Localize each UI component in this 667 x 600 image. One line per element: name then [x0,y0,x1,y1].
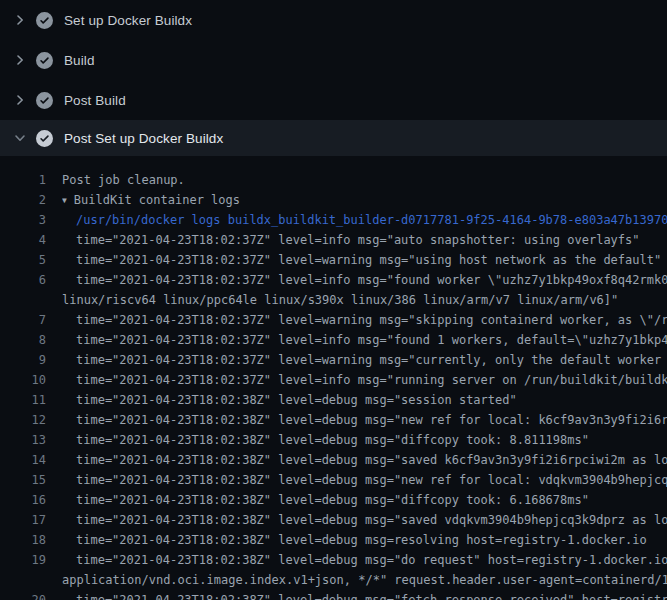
log-line-text: time="2021-04-23T18:02:38Z" level=debug … [62,470,667,490]
step-label: Post Build [64,93,126,108]
log-line-text: time="2021-04-23T18:02:37Z" level=info m… [62,330,667,350]
chevron-right-icon[interactable] [12,12,28,28]
check-circle-icon [36,12,53,29]
log-line-text: time="2021-04-23T18:02:38Z" level=debug … [62,390,667,410]
line-number[interactable]: 15 [0,470,46,490]
log-line: 3 /usr/bin/docker logs buildx_buildkit_b… [0,210,667,230]
chevron-down-icon[interactable] [12,130,28,146]
log-line-content: time="2021-04-23T18:02:37Z" level=warnin… [76,253,661,267]
log-line: 13 time="2021-04-23T18:02:38Z" level=deb… [0,430,667,450]
log-line-content: time="2021-04-23T18:02:37Z" level=warnin… [76,353,667,367]
log-line-text: time="2021-04-23T18:02:37Z" level=warnin… [62,310,667,330]
line-number[interactable]: 9 [0,350,46,370]
check-circle-icon [36,130,53,147]
log-line-content: time="2021-04-23T18:02:38Z" level=debug … [76,553,667,567]
log-line-text: time="2021-04-23T18:02:38Z" level=debug … [62,510,667,530]
log-line-content: time="2021-04-23T18:02:38Z" level=debug … [76,513,667,527]
log-line-text: time="2021-04-23T18:02:37Z" level=warnin… [62,250,667,270]
log-line: 15 time="2021-04-23T18:02:38Z" level=deb… [0,470,667,490]
line-number[interactable]: 12 [0,410,46,430]
log-line: application/vnd.oci.image.index.v1+json,… [0,570,667,590]
line-number[interactable]: 6 [0,270,46,290]
line-number[interactable]: 7 [0,310,46,330]
log-line-text: time="2021-04-23T18:02:38Z" level=debug … [62,410,667,430]
log-line: 6 time="2021-04-23T18:02:37Z" level=info… [0,270,667,290]
line-number[interactable]: 8 [0,330,46,350]
log-line-content: /usr/bin/docker logs buildx_buildkit_bui… [76,213,667,227]
log-line-text: time="2021-04-23T18:02:38Z" level=debug … [62,530,667,550]
log-line-content: time="2021-04-23T18:02:37Z" level=info m… [76,233,640,247]
line-number[interactable]: 5 [0,250,46,270]
log-line-content: time="2021-04-23T18:02:37Z" level=warnin… [76,313,667,327]
line-number[interactable]: 19 [0,550,46,570]
steps-list: Set up Docker Buildx Build Post Build [0,0,667,156]
log-line: 17 time="2021-04-23T18:02:38Z" level=deb… [0,510,667,530]
line-number[interactable]: 11 [0,390,46,410]
log-line-content: time="2021-04-23T18:02:37Z" level=info m… [76,373,667,387]
triangle-down-icon[interactable]: ▼ [62,191,67,210]
log-line: 12 time="2021-04-23T18:02:38Z" level=deb… [0,410,667,430]
step-row-1[interactable]: Build [0,40,667,80]
log-line-content: BuildKit container logs [74,193,240,207]
step-row-2[interactable]: Post Build [0,80,667,120]
step-row-0[interactable]: Set up Docker Buildx [0,0,667,40]
log-line: linux/riscv64 linux/ppc64le linux/s390x … [0,290,667,310]
log-line-text: time="2021-04-23T18:02:37Z" level=info m… [62,370,667,390]
log-line-text: time="2021-04-23T18:02:38Z" level=debug … [62,550,667,570]
log-line: 14 time="2021-04-23T18:02:38Z" level=deb… [0,450,667,470]
log-line: 18 time="2021-04-23T18:02:38Z" level=deb… [0,530,667,550]
log-line-content: time="2021-04-23T18:02:38Z" level=debug … [76,453,667,467]
log-line: 5 time="2021-04-23T18:02:37Z" level=warn… [0,250,667,270]
log-line-text: Post job cleanup. [62,170,667,190]
check-circle-icon [36,92,53,109]
line-number[interactable]: 1 [0,170,46,190]
log-line: 1 Post job cleanup. [0,170,667,190]
log-line: 2 ▼BuildKit container logs [0,190,667,210]
line-number [0,570,46,590]
line-number[interactable]: 17 [0,510,46,530]
log-line-text: application/vnd.oci.image.index.v1+json,… [62,570,667,590]
log-line-text: time="2021-04-23T18:02:38Z" level=debug … [62,450,667,470]
chevron-right-icon[interactable] [12,52,28,68]
log-line: 20 time="2021-04-23T18:02:38Z" level=deb… [0,590,667,600]
log-line: 19 time="2021-04-23T18:02:38Z" level=deb… [0,550,667,570]
log-line-content: time="2021-04-23T18:02:38Z" level=debug … [76,533,647,547]
line-number[interactable]: 16 [0,490,46,510]
log-line: 9 time="2021-04-23T18:02:37Z" level=warn… [0,350,667,370]
chevron-right-icon[interactable] [12,92,28,108]
log-line-text: time="2021-04-23T18:02:38Z" level=debug … [62,490,667,510]
log-line-content: Post job cleanup. [62,173,185,187]
step-row-3[interactable]: Post Set up Docker Buildx [0,120,667,156]
line-number[interactable]: 13 [0,430,46,450]
line-number[interactable]: 2 [0,190,46,210]
log-line-content: application/vnd.oci.image.index.v1+json,… [62,573,667,587]
line-number[interactable]: 4 [0,230,46,250]
log-line-text: ▼BuildKit container logs [62,190,667,210]
log-line: 7 time="2021-04-23T18:02:37Z" level=warn… [0,310,667,330]
log-line-text: time="2021-04-23T18:02:38Z" level=debug … [62,590,667,600]
line-number[interactable]: 3 [0,210,46,230]
line-number[interactable]: 10 [0,370,46,390]
line-number[interactable]: 14 [0,450,46,470]
log-line-content: time="2021-04-23T18:02:38Z" level=debug … [76,413,667,427]
log-line-text: time="2021-04-23T18:02:37Z" level=info m… [62,270,667,290]
line-number[interactable]: 20 [0,590,46,600]
actions-log-viewer: Set up Docker Buildx Build Post Build [0,0,667,600]
log-line-text: time="2021-04-23T18:02:38Z" level=debug … [62,430,667,450]
log-line-content: time="2021-04-23T18:02:38Z" level=debug … [76,473,667,487]
log-line-text: /usr/bin/docker logs buildx_buildkit_bui… [62,210,667,230]
log-line: 8 time="2021-04-23T18:02:37Z" level=info… [0,330,667,350]
step-label: Post Set up Docker Buildx [64,131,223,146]
log-line-text: time="2021-04-23T18:02:37Z" level=warnin… [62,350,667,370]
log-line: 4 time="2021-04-23T18:02:37Z" level=info… [0,230,667,250]
log-line-content: time="2021-04-23T18:02:38Z" level=debug … [76,393,517,407]
line-number[interactable]: 18 [0,530,46,550]
log-line-content: time="2021-04-23T18:02:37Z" level=info m… [76,273,667,287]
step-label: Set up Docker Buildx [64,13,192,28]
log-line: 11 time="2021-04-23T18:02:38Z" level=deb… [0,390,667,410]
line-number [0,290,46,310]
log-line: 16 time="2021-04-23T18:02:38Z" level=deb… [0,490,667,510]
log-line-text: linux/riscv64 linux/ppc64le linux/s390x … [62,290,667,310]
log-line-content: time="2021-04-23T18:02:38Z" level=debug … [76,433,589,447]
log-line-text: time="2021-04-23T18:02:37Z" level=info m… [62,230,667,250]
